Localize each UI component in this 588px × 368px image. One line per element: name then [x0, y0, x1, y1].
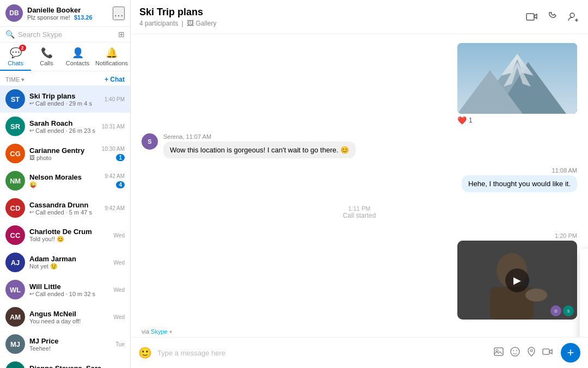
- message-sender: Serena, 11:07 AM: [163, 133, 356, 140]
- tab-chats[interactable]: 💬 2 Chats: [0, 42, 31, 71]
- chevron-down-icon: ▾: [21, 76, 24, 83]
- chats-icon: 💬 2: [10, 47, 22, 59]
- list-item[interactable]: CC Charlotte De Crum Told you!! 😊 Wed: [0, 222, 130, 249]
- chat-meta: 4 participants | 🖼 Gallery: [139, 19, 526, 27]
- audio-call-button[interactable]: [547, 11, 559, 23]
- time-sort-label[interactable]: TIME ▾: [5, 76, 24, 83]
- reaction-bar: ❤️ 1: [457, 116, 577, 125]
- call-started-label: 1:11 PM Call started: [142, 205, 577, 219]
- list-item[interactable]: AM Angus McNeil You need a day off! Wed: [0, 303, 130, 330]
- avatar: NM: [5, 171, 25, 191]
- call-icon: ↩: [29, 209, 34, 215]
- gallery-image: [457, 43, 577, 114]
- add-participant-button[interactable]: [567, 11, 579, 23]
- call-icon: ↩: [29, 100, 34, 106]
- chat-info: Charlotte De Crum Told you!! 😊: [29, 228, 109, 243]
- more-options-button[interactable]: …: [113, 7, 125, 20]
- tab-notifications[interactable]: 🔔 Notifications: [93, 42, 130, 71]
- svg-point-15: [511, 347, 519, 356]
- avatar: CC: [5, 225, 25, 245]
- context-menu-item-save-downloads[interactable]: Save to "Downloads": [580, 251, 588, 269]
- message-input[interactable]: [157, 349, 488, 357]
- avatar: DB: [5, 4, 23, 22]
- list-item[interactable]: DS Dianne Stevens, Sarah Roach 📄 Meeting…: [0, 358, 130, 368]
- sticker-button[interactable]: [510, 346, 520, 360]
- notifications-icon: 🔔: [106, 47, 118, 59]
- unread-badge: 1: [116, 154, 125, 161]
- chat-info: Will Little ↩ Call ended · 10 m 32 s: [29, 283, 109, 297]
- svg-point-16: [513, 350, 514, 351]
- search-icon: 🔍: [5, 30, 15, 39]
- tab-contacts-label: Contacts: [66, 60, 89, 66]
- image-share-button[interactable]: [493, 346, 504, 360]
- chat-preview: You need a day off!: [29, 318, 109, 324]
- avatar: WL: [5, 280, 25, 299]
- video-call-button[interactable]: [526, 11, 538, 23]
- chat-title: Ski Trip plans: [139, 7, 526, 18]
- list-item[interactable]: AJ Adam Jarman Not yet 😟 Wed: [0, 249, 130, 276]
- video-avatars: D S: [550, 305, 574, 316]
- grid-icon[interactable]: ⊞: [118, 30, 125, 39]
- emoji-button[interactable]: 🙂: [138, 346, 152, 359]
- chat-list-header: TIME ▾ + Chat: [0, 71, 130, 85]
- chat-name: Carianne Gentry: [29, 146, 97, 155]
- video-play-button[interactable]: ▶: [505, 268, 529, 292]
- chat-name: Adam Jarman: [29, 255, 109, 263]
- message-bubble: Hehe, I thought you would like it.: [462, 175, 577, 192]
- list-item[interactable]: CG Carianne Gentry 🖼 photo 10:30 AM 1: [0, 140, 130, 167]
- reaction-heart: ❤️: [457, 116, 467, 125]
- video-thumb[interactable]: ▶ D S: [457, 241, 577, 320]
- chat-preview: Teehee!: [29, 345, 111, 352]
- new-chat-button[interactable]: + Chat: [105, 76, 125, 83]
- context-menu-item-select[interactable]: Select Messages: [580, 305, 588, 323]
- profile-bar: DB Danielle Booker Plz sponsor me! $13.2…: [0, 0, 130, 27]
- sidebar: DB Danielle Booker Plz sponsor me! $13.2…: [0, 0, 131, 368]
- context-menu-item-forward[interactable]: Forward: [580, 287, 588, 305]
- call-icon: ↩: [29, 127, 34, 133]
- tab-notifications-label: Notifications: [95, 60, 128, 66]
- chat-name: Sarah Roach: [29, 119, 97, 127]
- reaction-count: 1: [469, 116, 473, 124]
- chat-preview: 🖼 photo: [29, 155, 97, 161]
- search-input[interactable]: [18, 30, 115, 39]
- chat-name: Will Little: [29, 283, 109, 291]
- profile-status: Plz sponsor me! $13.26: [27, 14, 108, 21]
- chat-info: Angus McNeil You need a day off!: [29, 310, 109, 324]
- list-item[interactable]: SR Sarah Roach ↩ Call ended · 26 m 23 s …: [0, 113, 130, 140]
- tab-calls[interactable]: 📞 Calls: [31, 42, 62, 71]
- list-item[interactable]: NM Nelson Morales 😜 9:42 AM 4: [0, 167, 130, 194]
- avatar: S: [142, 133, 158, 150]
- chat-header-info: Ski Trip plans 4 participants | 🖼 Galler…: [139, 7, 526, 27]
- avatar: DS: [5, 361, 25, 368]
- chat-preview: ↩ Call ended · 5 m 47 s: [29, 209, 100, 216]
- tab-contacts[interactable]: 👤 Contacts: [62, 42, 93, 71]
- svg-point-18: [530, 349, 532, 352]
- message-bubble: Wow this location is gorgeous! I can't w…: [163, 142, 356, 158]
- avatar: S: [563, 305, 574, 316]
- context-menu-item-remove[interactable]: Remove: [580, 323, 588, 337]
- chat-name: Dianne Stevens, Sarah Roach: [29, 364, 111, 369]
- list-item[interactable]: CD Cassandra Drunn ↩ Call ended · 5 m 47…: [0, 194, 130, 222]
- list-item[interactable]: MJ MJ Price Teehee! Tue: [0, 330, 130, 358]
- context-menu-item-save-as[interactable]: Save as...: [580, 269, 588, 287]
- chat-time: Tue: [115, 341, 125, 347]
- list-item[interactable]: WL Will Little ↩ Call ended · 10 m 32 s …: [0, 276, 130, 303]
- call-icon: ↩: [29, 291, 34, 297]
- chat-time: Wed: [114, 287, 125, 293]
- chat-time: 10:31 AM: [102, 124, 125, 130]
- tab-calls-label: Calls: [40, 60, 53, 66]
- gallery-label[interactable]: 🖼 Gallery: [187, 19, 217, 27]
- message-content: 11:08 AM Hehe, I thought you would like …: [462, 167, 577, 192]
- svg-point-12: [525, 289, 547, 302]
- list-item[interactable]: ST Ski Trip plans ↩ Call ended · 29 m 4 …: [0, 85, 130, 113]
- chat-time: 1:40 PM: [105, 96, 125, 102]
- video-clip-button[interactable]: [542, 346, 553, 360]
- add-button[interactable]: +: [561, 343, 580, 363]
- profile-name: Danielle Booker: [27, 6, 108, 14]
- avatar: AM: [5, 307, 25, 327]
- chat-name: Nelson Morales: [29, 173, 100, 181]
- chat-info: Cassandra Drunn ↩ Call ended · 5 m 47 s: [29, 201, 100, 216]
- nav-tabs: 💬 2 Chats 📞 Calls 👤 Contacts 🔔 Notificat…: [0, 42, 130, 71]
- location-button[interactable]: [526, 346, 537, 360]
- chat-name: Angus McNeil: [29, 310, 109, 318]
